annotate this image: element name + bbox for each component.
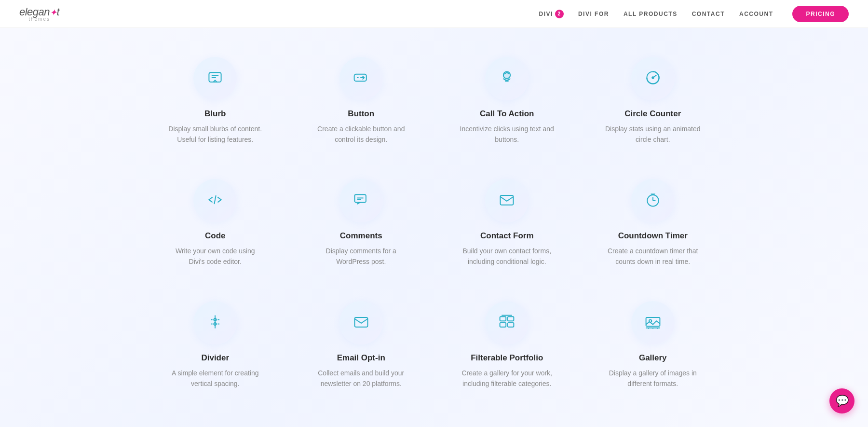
module-title-gallery: Gallery bbox=[639, 353, 667, 363]
module-title-filterable-portfolio: Filterable Portfolio bbox=[471, 353, 543, 363]
nav-account[interactable]: ACCOUNT bbox=[739, 11, 773, 17]
contact-form-icon-circle bbox=[485, 179, 529, 222]
divider-icon bbox=[206, 313, 224, 332]
module-item-countdown-timer[interactable]: Countdown Timer Create a countdown timer… bbox=[583, 169, 724, 282]
logo[interactable]: elegan✦t themes bbox=[19, 6, 59, 22]
countdown-icon-circle bbox=[631, 179, 675, 222]
nav-divi[interactable]: DIVI 2 bbox=[539, 10, 564, 18]
nav-contact[interactable]: CONTACT bbox=[692, 11, 725, 17]
module-title-code: Code bbox=[205, 231, 226, 241]
module-item-contact-form[interactable]: Contact Form Build your own contact form… bbox=[436, 169, 578, 282]
circle-counter-icon bbox=[644, 69, 662, 88]
module-title-email-optin: Email Opt-in bbox=[337, 353, 385, 363]
module-title-countdown-timer: Countdown Timer bbox=[618, 231, 688, 241]
module-desc-contact-form: Build your own contact forms, including … bbox=[459, 246, 555, 267]
comments-icon bbox=[353, 191, 370, 210]
email-icon-circle bbox=[339, 301, 383, 344]
module-title-blurb: Blurb bbox=[204, 109, 226, 119]
svg-rect-29 bbox=[508, 317, 514, 321]
svg-rect-27 bbox=[354, 317, 367, 327]
module-item-email-optin[interactable]: Email Opt-in Collect emails and build yo… bbox=[291, 291, 432, 404]
module-title-divider: Divider bbox=[201, 353, 229, 363]
button-icon-circle bbox=[339, 57, 383, 100]
pricing-button[interactable]: PRICING bbox=[792, 6, 849, 22]
filterable-portfolio-icon-circle bbox=[485, 301, 529, 344]
gallery-icon bbox=[644, 313, 662, 332]
module-desc-email-optin: Collect emails and build your newsletter… bbox=[313, 368, 409, 389]
email-icon bbox=[353, 313, 370, 332]
module-item-gallery[interactable]: Gallery Display a gallery of images in d… bbox=[583, 291, 724, 404]
nav-divi-for[interactable]: DIVI FOR bbox=[578, 11, 609, 17]
module-title-contact-form: Contact Form bbox=[480, 231, 534, 241]
nav-items: DIVI 2 DIVI FOR ALL PRODUCTS CONTACT ACC… bbox=[539, 6, 849, 22]
blurb-icon-circle bbox=[193, 57, 237, 100]
chat-icon: 💬 bbox=[836, 395, 849, 407]
module-desc-filterable-portfolio: Create a gallery for your work, includin… bbox=[459, 368, 555, 389]
module-item-button[interactable]: Button Create a clickable button and con… bbox=[291, 47, 432, 160]
module-desc-gallery: Display a gallery of images in different… bbox=[605, 368, 701, 389]
countdown-icon bbox=[644, 191, 662, 210]
comments-icon-circle bbox=[339, 179, 383, 222]
module-desc-circle-counter: Display stats using an animated circle c… bbox=[605, 124, 701, 145]
nav-all-products[interactable]: ALL PRODUCTS bbox=[624, 11, 678, 17]
module-item-divider[interactable]: Divider A simple element for creating ve… bbox=[145, 291, 286, 404]
button-icon bbox=[353, 69, 370, 88]
module-title-call-to-action: Call To Action bbox=[480, 109, 534, 119]
blurb-icon bbox=[206, 69, 224, 88]
divi-badge: 2 bbox=[555, 10, 564, 18]
module-desc-countdown-timer: Create a countdown timer that counts dow… bbox=[605, 246, 701, 267]
svg-rect-28 bbox=[500, 317, 506, 321]
svg-point-10 bbox=[652, 77, 654, 79]
svg-rect-30 bbox=[500, 322, 506, 327]
module-title-circle-counter: Circle Counter bbox=[624, 109, 681, 119]
modules-grid: Blurb Display small blurbs of content. U… bbox=[145, 47, 723, 403]
code-icon bbox=[206, 191, 224, 210]
navbar: elegan✦t themes DIVI 2 DIVI FOR ALL PROD… bbox=[0, 0, 868, 28]
chat-bubble[interactable]: 💬 bbox=[829, 388, 854, 413]
module-item-filterable-portfolio[interactable]: Filterable Portfolio Create a gallery fo… bbox=[436, 291, 578, 404]
module-desc-call-to-action: Incentivize clicks using text and button… bbox=[459, 124, 555, 145]
code-icon-circle bbox=[193, 179, 237, 222]
circle-counter-icon-circle bbox=[631, 57, 675, 100]
module-desc-comments: Display comments for a WordPress post. bbox=[313, 246, 409, 267]
module-item-call-to-action[interactable]: Call To Action Incentivize clicks using … bbox=[436, 47, 578, 160]
module-title-comments: Comments bbox=[340, 231, 382, 241]
module-item-code[interactable]: Code Write your own code using Divi's co… bbox=[145, 169, 286, 282]
module-item-blurb[interactable]: Blurb Display small blurbs of content. U… bbox=[145, 47, 286, 160]
module-desc-button: Create a clickable button and control it… bbox=[313, 124, 409, 145]
main-content: Blurb Display small blurbs of content. U… bbox=[0, 28, 868, 427]
svg-line-11 bbox=[214, 195, 216, 204]
module-desc-blurb: Display small blurbs of content. Useful … bbox=[167, 124, 263, 145]
module-desc-code: Write your own code using Divi's code ed… bbox=[167, 246, 263, 267]
cta-icon-circle bbox=[485, 57, 529, 100]
module-item-circle-counter[interactable]: Circle Counter Display stats using an an… bbox=[583, 47, 724, 160]
module-desc-divider: A simple element for creating vertical s… bbox=[167, 368, 263, 389]
svg-rect-31 bbox=[508, 322, 514, 327]
filterable-portfolio-icon bbox=[498, 313, 515, 332]
gallery-icon-circle bbox=[631, 301, 675, 344]
module-item-comments[interactable]: Comments Display comments for a WordPres… bbox=[291, 169, 432, 282]
contact-form-icon bbox=[498, 191, 515, 210]
divider-icon-circle bbox=[193, 301, 237, 344]
svg-rect-15 bbox=[501, 195, 514, 205]
module-title-button: Button bbox=[348, 109, 374, 119]
cta-icon bbox=[498, 69, 515, 88]
